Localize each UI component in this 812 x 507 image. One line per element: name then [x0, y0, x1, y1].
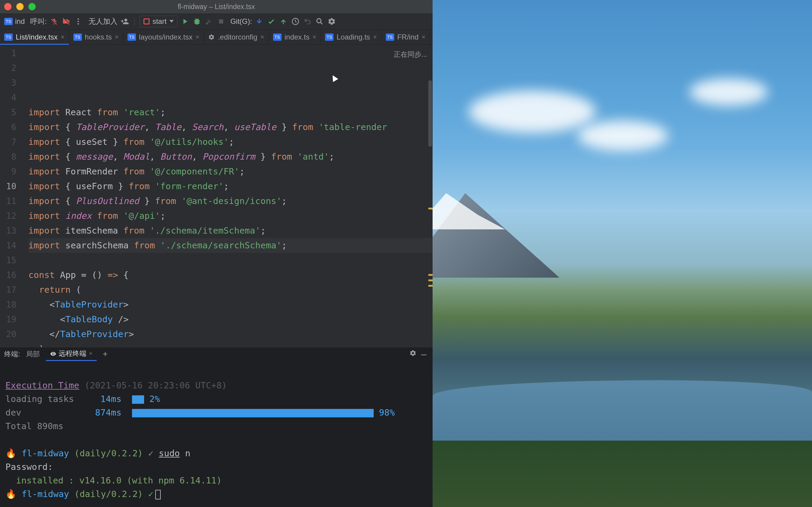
code-line: <TableProvider>	[29, 297, 433, 312]
terminal-line: Password:	[5, 460, 427, 474]
run-icon[interactable]	[180, 17, 190, 26]
git-push-icon[interactable]	[278, 17, 288, 26]
mouse-cursor	[331, 75, 338, 82]
code-line: import { useForm } from 'form-render';	[29, 179, 433, 194]
git-commit-icon[interactable]	[266, 17, 276, 26]
editor-tab[interactable]: TSLoading.ts×	[321, 30, 382, 44]
editor-tab[interactable]: TSindex.ts×	[269, 30, 321, 44]
tsx-file-icon: TS	[128, 34, 136, 41]
editor-tab[interactable]: TSFR/ind×	[382, 30, 430, 44]
search-icon[interactable]	[315, 17, 324, 26]
editor-scrollbar[interactable]	[428, 45, 433, 347]
close-icon[interactable]: ×	[422, 33, 426, 41]
editor-tab[interactable]: TSList/index.tsx×	[0, 30, 69, 44]
close-icon[interactable]: ×	[260, 33, 264, 41]
eye-icon	[50, 351, 56, 357]
code-line: import { TableProvider, Table, Search, u…	[29, 120, 433, 134]
code-line: );	[29, 342, 433, 347]
tsx-file-icon: TS	[4, 34, 13, 41]
panel-settings-icon[interactable]	[408, 349, 417, 358]
main-toolbar: TS ind 呼叫: 无人加入 start Git(G):	[0, 13, 433, 30]
code-line: <TableBody />	[29, 312, 433, 327]
code-line: import React from 'react';	[29, 105, 433, 120]
project-selector[interactable]: TS ind	[4, 17, 25, 25]
history-icon[interactable]	[291, 17, 300, 26]
tab-label: List/index.tsx	[16, 33, 58, 41]
code-area[interactable]: 正在同步... import React from 'react';import…	[22, 45, 433, 347]
terminal-line: loading tasks 14ms 2%	[5, 392, 427, 406]
close-icon[interactable]: ×	[195, 33, 199, 41]
project-label: ind	[15, 17, 25, 25]
add-user-icon[interactable]	[120, 17, 130, 26]
editor-tab[interactable]: TSlayouts/index.tsx×	[123, 30, 204, 44]
ide-window: fl-midway – List/index.tsx TS ind 呼叫: 无人…	[0, 0, 433, 507]
terminal-line	[5, 433, 427, 447]
mic-off-icon[interactable]	[49, 17, 59, 26]
toolbar-separator	[135, 17, 135, 26]
editor-tab[interactable]: .editorconfig×	[204, 30, 269, 44]
tab-label: hooks.ts	[85, 33, 112, 41]
close-icon[interactable]: ×	[61, 33, 65, 41]
code-line: return (	[29, 282, 433, 297]
coverage-icon[interactable]	[204, 17, 214, 26]
desktop-wallpaper	[433, 0, 812, 507]
code-line: import { useSet } from '@/utils/hooks';	[29, 134, 433, 150]
code-line: import searchSchema from './schema/searc…	[29, 238, 433, 253]
settings-icon[interactable]	[327, 17, 337, 26]
no-one-label: 无人加入	[89, 17, 117, 26]
close-icon[interactable]: ×	[89, 350, 92, 357]
code-line: import index from '@/api';	[29, 209, 433, 223]
terminal-tab-local[interactable]: 局部	[22, 348, 44, 361]
editor: 1234567891011121314151617181920 正在同步... …	[0, 45, 433, 347]
ts-file-icon: TS	[73, 34, 82, 41]
svg-rect-4	[219, 19, 223, 23]
titlebar: fl-midway – List/index.tsx	[0, 0, 433, 13]
stop-button-icon[interactable]	[216, 17, 226, 26]
debug-icon[interactable]	[192, 17, 202, 26]
tsx-file-icon: TS	[4, 18, 13, 25]
terminal-line: Total 890ms	[5, 419, 427, 433]
git-pull-icon[interactable]	[254, 17, 264, 26]
code-line	[29, 253, 433, 268]
window-close-button[interactable]	[4, 3, 11, 10]
terminal-tab-label: 局部	[26, 349, 40, 359]
gear-icon	[208, 34, 215, 41]
ts-file-icon: TS	[273, 34, 282, 41]
window-maximize-button[interactable]	[29, 3, 36, 10]
svg-point-2	[77, 23, 79, 24]
chevron-down-icon	[169, 20, 174, 23]
panel-tabs: 终端: 局部 远程终端 × + –	[0, 347, 433, 361]
add-terminal-button[interactable]: +	[98, 349, 112, 359]
run-configuration[interactable]: start	[140, 16, 178, 27]
git-label: Git(G):	[230, 17, 252, 25]
terminal-tab-remote[interactable]: 远程终端 ×	[46, 347, 97, 361]
tsx-file-icon: TS	[386, 34, 394, 41]
close-icon[interactable]: ×	[373, 33, 377, 41]
terminal-line: 🔥 fl-midway (daily/0.2.2) ✓	[5, 488, 427, 501]
video-off-icon[interactable]	[61, 17, 71, 26]
code-line: import { PlusOutlined } from '@ant-desig…	[29, 194, 433, 209]
close-icon[interactable]: ×	[312, 33, 316, 41]
terminal-line: 🔥 fl-midway (daily/0.2.2) ✓ sudo n	[5, 447, 427, 460]
line-gutter: 1234567891011121314151617181920	[0, 45, 22, 347]
code-line: import { message, Modal, Button, Popconf…	[29, 150, 433, 164]
code-line: import itemSchema from './schema/itemSch…	[29, 223, 433, 238]
more-options-icon[interactable]	[73, 17, 83, 26]
close-icon[interactable]: ×	[115, 33, 119, 41]
code-line: </TableProvider>	[29, 327, 433, 342]
panel-minimize-icon[interactable]: –	[419, 349, 428, 360]
tab-label: .editorconfig	[218, 33, 257, 41]
run-config-label: start	[153, 17, 167, 25]
editor-tab[interactable]: TShooks.ts×	[69, 30, 123, 44]
undo-icon[interactable]	[303, 17, 312, 26]
svg-point-1	[77, 20, 79, 22]
terminal-line: Execution Time (2021-05-16 20:23:06 UTC+…	[5, 379, 427, 392]
terminal-label: 终端:	[4, 349, 20, 359]
terminal-output[interactable]: Execution Time (2021-05-16 20:23:06 UTC+…	[0, 361, 433, 507]
window-minimize-button[interactable]	[16, 3, 23, 10]
tab-label: layouts/index.tsx	[139, 33, 192, 41]
svg-point-3	[206, 22, 208, 24]
terminal-panel: 终端: 局部 远程终端 × + – Execution Time (2021-0…	[0, 347, 433, 507]
window-title: fl-midway – List/index.tsx	[177, 3, 255, 11]
call-label: 呼叫:	[30, 17, 47, 26]
